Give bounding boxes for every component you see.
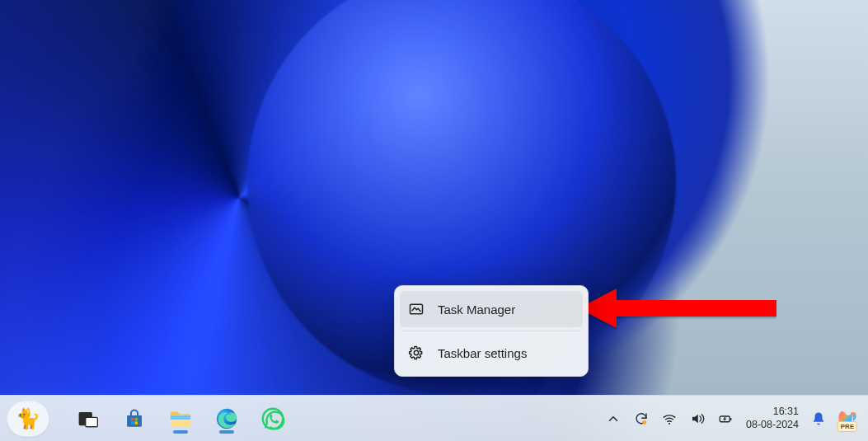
clock-button[interactable]: 16:31 08-08-2024 <box>741 401 804 437</box>
svg-rect-4 <box>86 417 98 426</box>
svg-rect-5 <box>131 417 134 420</box>
edge-button[interactable] <box>208 401 246 437</box>
svg-rect-10 <box>171 415 190 420</box>
copilot-button[interactable]: PRE <box>833 401 861 437</box>
menu-item-task-manager[interactable]: Task Manager <box>400 291 583 327</box>
show-hidden-icons[interactable] <box>601 401 626 437</box>
taskbar-left-group: 🐈 <box>0 401 292 437</box>
svg-marker-18 <box>723 416 727 421</box>
svg-point-14 <box>669 422 670 424</box>
svg-rect-17 <box>730 417 732 420</box>
taskbar-context-menu: Task Manager Taskbar settings <box>394 285 589 377</box>
svg-point-13 <box>642 420 646 425</box>
task-view-button[interactable] <box>69 401 107 437</box>
svg-marker-15 <box>692 414 698 423</box>
wifi-icon[interactable] <box>657 401 682 437</box>
microsoft-store-button[interactable] <box>115 401 153 437</box>
system-tray: 16:31 08-08-2024 PR <box>601 401 861 437</box>
menu-item-label: Task Manager <box>438 303 515 317</box>
file-explorer-button[interactable] <box>162 401 199 437</box>
cat-icon: 🐈 <box>16 406 40 431</box>
volume-icon[interactable] <box>685 401 710 437</box>
settings-icon <box>408 345 425 361</box>
date-label: 08-08-2024 <box>746 419 799 432</box>
notifications-button[interactable] <box>807 401 830 437</box>
whatsapp-button[interactable] <box>254 401 292 437</box>
copilot-pre-badge: PRE <box>838 421 857 432</box>
svg-rect-6 <box>134 417 138 420</box>
onedrive-sync-icon[interactable] <box>629 401 654 437</box>
task-manager-icon <box>408 301 425 317</box>
battery-icon[interactable] <box>713 401 738 437</box>
svg-rect-8 <box>134 421 138 425</box>
widgets-button[interactable]: 🐈 <box>7 401 49 437</box>
svg-point-2 <box>414 350 418 354</box>
taskbar[interactable]: 🐈 <box>0 395 868 441</box>
menu-item-label: Taskbar settings <box>438 346 527 360</box>
svg-rect-7 <box>131 421 134 425</box>
menu-item-taskbar-settings[interactable]: Taskbar settings <box>400 335 583 371</box>
time-label: 16:31 <box>773 406 799 419</box>
menu-separator <box>401 331 581 331</box>
